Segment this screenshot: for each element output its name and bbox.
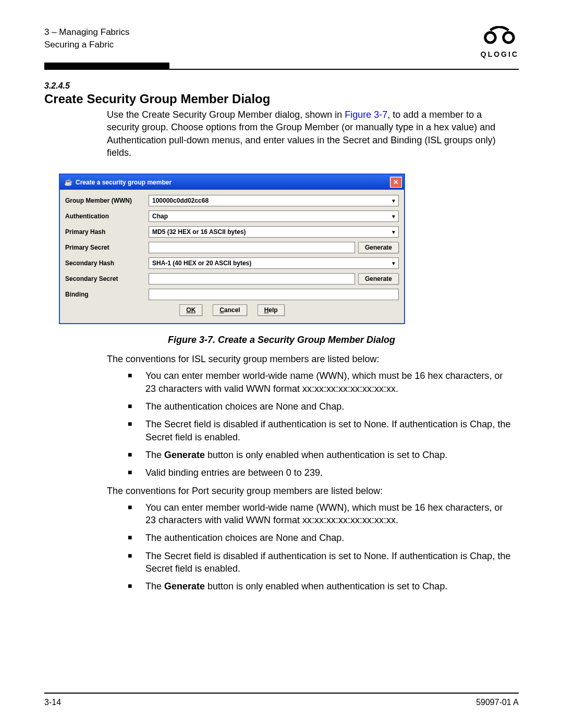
brand-block: QLOGIC: [481, 26, 519, 58]
section-intro: Use the Create Security Group Member dia…: [107, 108, 513, 159]
list-item: Valid binding entries are between 0 to 2…: [128, 466, 513, 479]
chevron-down-icon: ▼: [391, 214, 396, 219]
port-bullet-list: You can enter member world-wide name (WW…: [128, 501, 513, 593]
dialog-title: Create a security group member: [76, 179, 172, 186]
security-group-member-dialog: ☕ Create a security group member ✕ Group…: [59, 174, 405, 324]
svg-point-1: [504, 32, 514, 43]
secondary-secret-input[interactable]: [149, 273, 355, 285]
section-title: Create Security Group Member Dialog: [44, 92, 519, 106]
header-rule: [44, 63, 519, 70]
header-line2: Securing a Fabric: [44, 39, 129, 51]
port-intro: The conventions for Port security group …: [107, 485, 513, 497]
help-button[interactable]: Help: [258, 304, 285, 316]
brand-text: QLOGIC: [481, 50, 519, 58]
page-header: 3 – Managing Fabrics Securing a Fabric Q…: [44, 26, 519, 58]
list-item: The Generate button is only enabled when…: [128, 449, 513, 461]
list-item: The Secret field is disabled if authenti…: [128, 550, 513, 575]
binding-input[interactable]: [149, 289, 399, 300]
page-number: 3-14: [44, 698, 61, 707]
svg-line-2: [499, 28, 500, 30]
close-icon: ✕: [393, 178, 399, 186]
list-item: You can enter member world-wide name (WW…: [128, 501, 513, 527]
section-number: 3.2.4.5: [44, 81, 519, 91]
close-button[interactable]: ✕: [390, 177, 402, 188]
authentication-value: Chap: [152, 213, 168, 220]
chevron-down-icon: ▼: [391, 261, 396, 266]
primary-hash-combo[interactable]: MD5 (32 HEX or 16 ASCII bytes) ▼: [149, 226, 399, 238]
primary-hash-value: MD5 (32 HEX or 16 ASCII bytes): [152, 228, 246, 236]
list-item: The Generate button is only enabled when…: [128, 580, 513, 593]
cancel-button[interactable]: Cancel: [213, 304, 247, 316]
label-group-member: Group Member (WWN): [65, 197, 149, 204]
doc-id: 59097-01 A: [476, 698, 519, 707]
authentication-combo[interactable]: Chap ▼: [149, 211, 399, 222]
list-item: The authentication choices are None and …: [128, 400, 513, 413]
figure-ref-link[interactable]: Figure 3-7: [345, 109, 387, 120]
list-item: You can enter member world-wide name (WW…: [128, 369, 513, 395]
dialog-figure: ☕ Create a security group member ✕ Group…: [59, 174, 519, 324]
label-secondary-hash: Secondary Hash: [65, 260, 149, 267]
label-secondary-secret: Secondary Secret: [65, 275, 149, 282]
list-item: The Secret field is disabled if authenti…: [128, 418, 513, 443]
group-member-combo[interactable]: 100000c0dd02cc68 ▼: [149, 195, 399, 206]
label-authentication: Authentication: [65, 213, 149, 220]
label-binding: Binding: [65, 291, 149, 298]
group-member-value: 100000c0dd02cc68: [152, 197, 209, 204]
header-line1: 3 – Managing Fabrics: [44, 26, 129, 39]
page-footer: 3-14 59097-01 A: [44, 693, 519, 707]
isl-intro: The conventions for ISL security group m…: [107, 353, 513, 365]
ok-button[interactable]: OK: [179, 304, 202, 316]
secondary-hash-value: SHA-1 (40 HEX or 20 ASCII bytes): [152, 260, 251, 267]
list-item: The authentication choices are None and …: [128, 532, 513, 544]
java-icon: ☕: [64, 178, 72, 186]
header-breadcrumb: 3 – Managing Fabrics Securing a Fabric: [44, 26, 129, 51]
secondary-hash-combo[interactable]: SHA-1 (40 HEX or 20 ASCII bytes) ▼: [149, 257, 399, 269]
primary-secret-input[interactable]: [149, 242, 355, 253]
intro-pre: Use the Create Security Group Member dia…: [107, 109, 345, 120]
dialog-form: Group Member (WWN) 100000c0dd02cc68 ▼ Au…: [60, 190, 404, 323]
figure-caption: Figure 3-7. Create a Security Group Memb…: [44, 335, 519, 346]
svg-point-0: [485, 32, 496, 43]
generate-secondary-button[interactable]: Generate: [358, 273, 399, 285]
label-primary-hash: Primary Hash: [65, 228, 149, 236]
chevron-down-icon: ▼: [391, 229, 396, 235]
generate-primary-button[interactable]: Generate: [358, 242, 399, 253]
isl-bullet-list: You can enter member world-wide name (WW…: [128, 369, 513, 479]
chevron-down-icon: ▼: [391, 198, 396, 204]
label-primary-secret: Primary Secret: [65, 244, 149, 251]
qlogic-logo-icon: [481, 26, 518, 47]
dialog-titlebar: ☕ Create a security group member ✕: [60, 175, 404, 190]
